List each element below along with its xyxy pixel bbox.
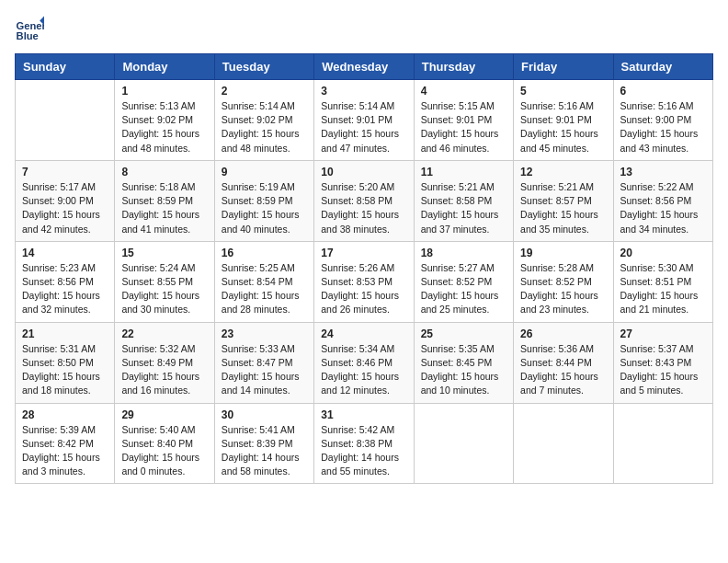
day-info: Sunrise: 5:14 AM Sunset: 9:01 PM Dayligh… [321,99,406,155]
day-info: Sunrise: 5:34 AM Sunset: 8:46 PM Dayligh… [321,342,406,398]
day-info: Sunrise: 5:31 AM Sunset: 8:50 PM Dayligh… [22,342,108,398]
day-info: Sunrise: 5:22 AM Sunset: 8:56 PM Dayligh… [620,180,706,236]
calendar-cell: 26Sunrise: 5:36 AM Sunset: 8:44 PM Dayli… [514,322,613,403]
calendar-cell: 12Sunrise: 5:21 AM Sunset: 8:57 PM Dayli… [514,160,613,241]
day-number: 8 [121,166,207,178]
day-number: 27 [620,327,706,340]
day-number: 28 [22,408,108,421]
day-number: 16 [222,247,307,259]
day-number: 30 [222,408,307,421]
calendar-cell: 31Sunrise: 5:42 AM Sunset: 8:38 PM Dayli… [314,403,414,484]
day-number: 31 [321,408,406,421]
day-info: Sunrise: 5:19 AM Sunset: 8:59 PM Dayligh… [222,180,307,236]
calendar-cell: 7Sunrise: 5:17 AM Sunset: 9:00 PM Daylig… [16,160,115,241]
weekday-sunday: Sunday [16,54,115,80]
day-number: 20 [620,247,706,259]
day-number: 25 [421,327,506,340]
calendar-cell: 5Sunrise: 5:16 AM Sunset: 9:01 PM Daylig… [514,80,613,161]
calendar-cell [16,80,115,161]
day-number: 24 [321,327,406,340]
weekday-tuesday: Tuesday [214,54,313,80]
day-info: Sunrise: 5:15 AM Sunset: 9:01 PM Dayligh… [421,99,506,155]
calendar-cell: 22Sunrise: 5:32 AM Sunset: 8:49 PM Dayli… [115,322,214,403]
weekday-wednesday: Wednesday [314,54,414,80]
day-info: Sunrise: 5:17 AM Sunset: 9:00 PM Dayligh… [22,180,108,236]
calendar-cell: 30Sunrise: 5:41 AM Sunset: 8:39 PM Dayli… [214,403,313,484]
calendar-cell: 14Sunrise: 5:23 AM Sunset: 8:56 PM Dayli… [16,241,115,322]
day-number: 12 [520,166,606,178]
day-number: 14 [22,247,108,259]
day-info: Sunrise: 5:16 AM Sunset: 9:00 PM Dayligh… [620,99,706,155]
calendar-cell: 11Sunrise: 5:21 AM Sunset: 8:58 PM Dayli… [414,160,513,241]
day-info: Sunrise: 5:27 AM Sunset: 8:52 PM Dayligh… [421,261,506,317]
day-number: 7 [22,166,108,178]
calendar-cell [414,403,513,484]
weekday-thursday: Thursday [414,54,513,80]
calendar-cell: 23Sunrise: 5:33 AM Sunset: 8:47 PM Dayli… [214,322,313,403]
calendar-cell: 28Sunrise: 5:39 AM Sunset: 8:42 PM Dayli… [16,403,115,484]
weekday-saturday: Saturday [613,54,712,80]
weekday-header-row: SundayMondayTuesdayWednesdayThursdayFrid… [16,54,713,80]
svg-text:General: General [17,20,44,31]
day-info: Sunrise: 5:16 AM Sunset: 9:01 PM Dayligh… [520,99,606,155]
day-number: 5 [520,85,606,98]
calendar-cell: 2Sunrise: 5:14 AM Sunset: 9:02 PM Daylig… [214,80,313,161]
day-number: 1 [121,85,207,98]
day-info: Sunrise: 5:21 AM Sunset: 8:58 PM Dayligh… [421,180,506,236]
day-number: 29 [121,408,207,421]
day-info: Sunrise: 5:26 AM Sunset: 8:53 PM Dayligh… [321,261,406,317]
day-info: Sunrise: 5:20 AM Sunset: 8:58 PM Dayligh… [321,180,406,236]
calendar-cell: 3Sunrise: 5:14 AM Sunset: 9:01 PM Daylig… [314,80,414,161]
calendar-cell: 4Sunrise: 5:15 AM Sunset: 9:01 PM Daylig… [414,80,513,161]
calendar-cell: 18Sunrise: 5:27 AM Sunset: 8:52 PM Dayli… [414,241,513,322]
day-info: Sunrise: 5:24 AM Sunset: 8:55 PM Dayligh… [121,261,207,317]
weekday-friday: Friday [514,54,613,80]
day-info: Sunrise: 5:32 AM Sunset: 8:49 PM Dayligh… [121,342,207,398]
calendar-cell: 13Sunrise: 5:22 AM Sunset: 8:56 PM Dayli… [613,160,712,241]
day-info: Sunrise: 5:28 AM Sunset: 8:52 PM Dayligh… [520,261,606,317]
calendar-cell: 6Sunrise: 5:16 AM Sunset: 9:00 PM Daylig… [613,80,712,161]
calendar-cell: 25Sunrise: 5:35 AM Sunset: 8:45 PM Dayli… [414,322,513,403]
day-info: Sunrise: 5:41 AM Sunset: 8:39 PM Dayligh… [222,423,307,479]
day-number: 3 [321,85,406,98]
calendar-cell: 29Sunrise: 5:40 AM Sunset: 8:40 PM Dayli… [115,403,214,484]
day-number: 21 [22,327,108,340]
day-info: Sunrise: 5:30 AM Sunset: 8:51 PM Dayligh… [620,261,706,317]
week-row-4: 21Sunrise: 5:31 AM Sunset: 8:50 PM Dayli… [16,322,713,403]
logo-icon: General Blue [15,15,44,44]
day-number: 6 [620,85,706,98]
calendar-cell: 20Sunrise: 5:30 AM Sunset: 8:51 PM Dayli… [613,241,712,322]
calendar-cell: 1Sunrise: 5:13 AM Sunset: 9:02 PM Daylig… [115,80,214,161]
day-info: Sunrise: 5:40 AM Sunset: 8:40 PM Dayligh… [121,423,207,479]
day-number: 23 [222,327,307,340]
svg-text:Blue: Blue [17,30,39,41]
page-header: General Blue [15,15,713,44]
calendar-cell: 15Sunrise: 5:24 AM Sunset: 8:55 PM Dayli… [115,241,214,322]
calendar-cell: 21Sunrise: 5:31 AM Sunset: 8:50 PM Dayli… [16,322,115,403]
day-info: Sunrise: 5:23 AM Sunset: 8:56 PM Dayligh… [22,261,108,317]
calendar-cell: 17Sunrise: 5:26 AM Sunset: 8:53 PM Dayli… [314,241,414,322]
day-info: Sunrise: 5:25 AM Sunset: 8:54 PM Dayligh… [222,261,307,317]
day-number: 26 [520,327,606,340]
calendar-cell [613,403,712,484]
day-info: Sunrise: 5:42 AM Sunset: 8:38 PM Dayligh… [321,423,406,479]
calendar-cell: 8Sunrise: 5:18 AM Sunset: 8:59 PM Daylig… [115,160,214,241]
day-number: 15 [121,247,207,259]
calendar-table: SundayMondayTuesdayWednesdayThursdayFrid… [15,53,713,484]
day-info: Sunrise: 5:18 AM Sunset: 8:59 PM Dayligh… [121,180,207,236]
calendar-cell: 27Sunrise: 5:37 AM Sunset: 8:43 PM Dayli… [613,322,712,403]
day-number: 10 [321,166,406,178]
weekday-monday: Monday [115,54,214,80]
day-info: Sunrise: 5:33 AM Sunset: 8:47 PM Dayligh… [222,342,307,398]
day-number: 22 [121,327,207,340]
day-info: Sunrise: 5:37 AM Sunset: 8:43 PM Dayligh… [620,342,706,398]
day-info: Sunrise: 5:21 AM Sunset: 8:57 PM Dayligh… [520,180,606,236]
week-row-2: 7Sunrise: 5:17 AM Sunset: 9:00 PM Daylig… [16,160,713,241]
week-row-5: 28Sunrise: 5:39 AM Sunset: 8:42 PM Dayli… [16,403,713,484]
calendar-cell [514,403,613,484]
calendar-cell: 24Sunrise: 5:34 AM Sunset: 8:46 PM Dayli… [314,322,414,403]
calendar-cell: 9Sunrise: 5:19 AM Sunset: 8:59 PM Daylig… [214,160,313,241]
day-info: Sunrise: 5:14 AM Sunset: 9:02 PM Dayligh… [222,99,307,155]
day-number: 18 [421,247,506,259]
day-number: 9 [222,166,307,178]
